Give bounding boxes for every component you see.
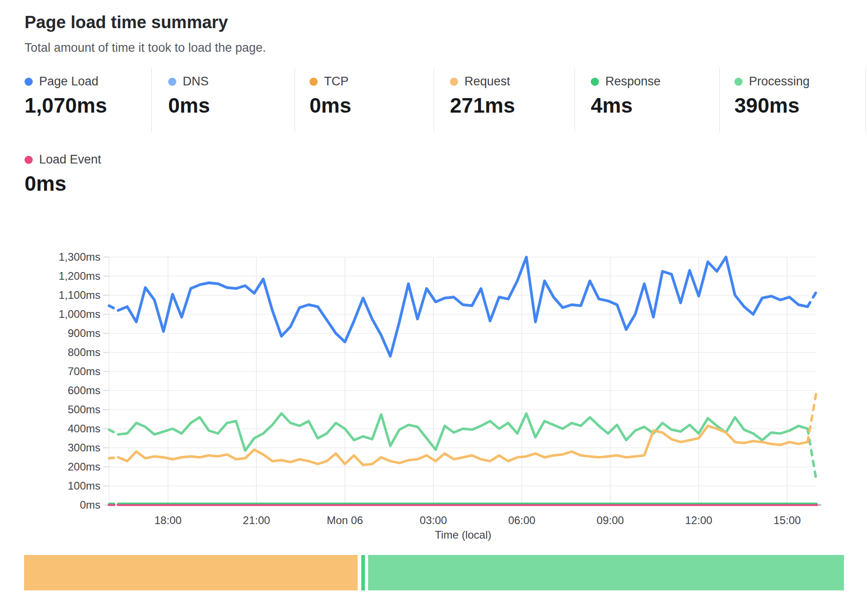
y-axis-tick-label: 1,200ms xyxy=(59,270,100,282)
x-axis-tick-label: 06:00 xyxy=(508,514,535,526)
series-line-processing xyxy=(109,430,118,435)
x-axis-tick-label: 18:00 xyxy=(155,514,182,526)
timeline-segment-degraded-period xyxy=(24,555,358,590)
y-axis-tick-label: 900ms xyxy=(68,327,100,339)
y-axis-tick-label: 600ms xyxy=(68,384,100,396)
y-axis-tick-label: 0ms xyxy=(80,499,100,511)
series-line-request xyxy=(109,457,118,458)
x-axis-tick-label: 21:00 xyxy=(243,514,270,526)
x-axis-tick-label: 03:00 xyxy=(420,514,447,526)
series-line-page_load xyxy=(808,292,817,307)
x-axis-title: Time (local) xyxy=(435,529,491,541)
status-timeline-bar xyxy=(24,555,844,590)
timeline-segment-ok-sliver xyxy=(361,555,365,590)
page-load-summary-panel: Page load time summary Total amount of t… xyxy=(0,0,868,614)
x-axis-tick-label: 12:00 xyxy=(685,514,712,526)
x-axis-tick-label: Mon 06 xyxy=(327,514,363,526)
y-axis-tick-label: 100ms xyxy=(68,480,100,492)
y-axis-tick-label: 1,000ms xyxy=(59,308,100,320)
y-axis-tick-label: 700ms xyxy=(68,365,100,377)
y-axis-tick-label: 200ms xyxy=(68,460,100,473)
y-axis-tick-label: 300ms xyxy=(68,441,100,454)
timeline-segment-ok-period xyxy=(368,555,844,590)
y-axis-tick-label: 400ms xyxy=(68,422,100,435)
series-line-page_load xyxy=(109,306,118,311)
x-axis-tick-label: 15:00 xyxy=(773,514,801,526)
y-axis-tick-label: 1,100ms xyxy=(59,289,100,301)
x-axis-tick-label: 09:00 xyxy=(597,514,624,526)
page-load-time-chart: 0ms100ms200ms300ms400ms500ms600ms700ms80… xyxy=(0,0,868,614)
series-line-page_load xyxy=(118,257,808,356)
series-line-request xyxy=(118,426,808,465)
y-axis-tick-label: 800ms xyxy=(68,346,100,358)
y-axis-tick-label: 500ms xyxy=(68,403,100,416)
y-axis-tick-label: 1,300ms xyxy=(59,251,100,263)
